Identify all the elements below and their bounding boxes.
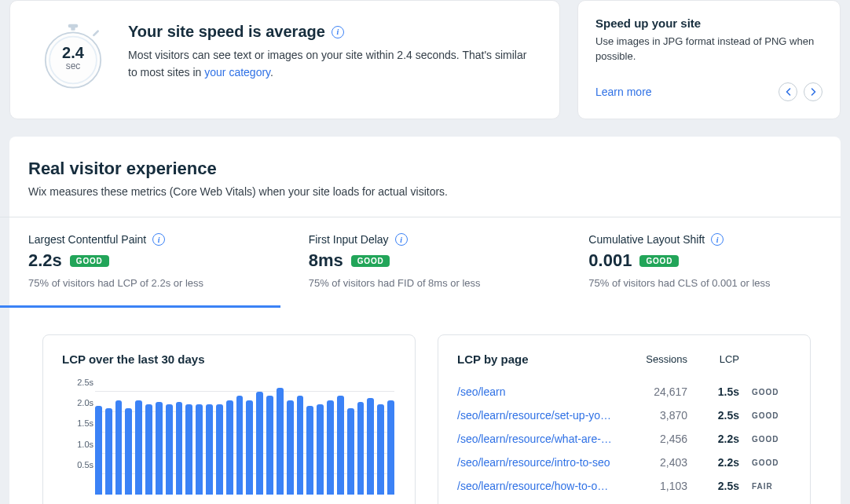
speed-summary-desc: Most visitors can see text or images on …	[128, 47, 531, 81]
y-axis-tick: 1.5s	[67, 418, 93, 428]
lcp-page-table-body: /seo/learn24,6171.5sGOOD/seo/learn/resou…	[457, 380, 791, 498]
gauge-value: 2.4	[62, 44, 84, 62]
gauge-unit: sec	[66, 60, 81, 71]
info-icon[interactable]: i	[395, 233, 408, 246]
learn-more-link[interactable]: Learn more	[595, 86, 652, 98]
chart-bar	[256, 392, 263, 495]
chart-bar	[327, 400, 334, 495]
lcp-name: Largest Contentful Paint	[28, 233, 146, 246]
site-speed-summary-card: 2.4 sec Your site speed is average i Mos…	[9, 0, 560, 119]
panel-subtitle: Wix measures these metrics (Core Web Vit…	[28, 185, 817, 198]
page-lcp-value: 2.5s	[687, 480, 739, 492]
chart-bar	[367, 398, 374, 495]
chart-bar	[115, 400, 123, 495]
table-row: /seo/learn/resource/what-are-…2,4562.2sG…	[457, 427, 791, 451]
chart-bar	[387, 400, 394, 495]
y-axis-tick: 1.0s	[67, 440, 93, 449]
page-url-link[interactable]: /seo/learn/resource/set-up-yo…	[457, 409, 621, 422]
info-icon[interactable]: i	[152, 233, 165, 246]
chart-bar	[347, 408, 354, 495]
speed-tips-card: Speed up your site Use images in JPG for…	[577, 0, 841, 119]
chart-bar	[266, 396, 273, 495]
chart-title: LCP over the last 30 days	[62, 352, 396, 366]
chart-bar	[156, 402, 163, 495]
page-sessions: 2,403	[621, 456, 687, 469]
page-sessions: 1,103	[621, 480, 687, 492]
page-sessions: 24,617	[621, 385, 687, 398]
lcp-sub: 75% of visitors had LCP of 2.2s or less	[28, 277, 280, 289]
chart-bar	[357, 402, 365, 495]
speed-gauge: 2.4 sec	[38, 23, 108, 92]
page-lcp-value: 2.2s	[687, 456, 739, 469]
tab-fid[interactable]: First Input Delay i 8ms GOOD 75% of visi…	[280, 217, 561, 308]
info-icon[interactable]: i	[711, 233, 724, 246]
lcp-trend-card: LCP over the last 30 days 0.5s1.0s1.5s2.…	[42, 334, 416, 504]
chart-bar	[196, 404, 203, 495]
chart-bar	[287, 400, 294, 495]
info-icon[interactable]: i	[332, 26, 344, 38]
category-link[interactable]: your category	[204, 66, 270, 79]
real-visitor-panel: Real visitor experience Wix measures the…	[9, 137, 841, 504]
chart-bar	[277, 388, 284, 495]
cls-sub: 75% of visitors had CLS of 0.001 or less	[588, 277, 841, 289]
panel-title: Real visitor experience	[28, 159, 817, 179]
chart-bar	[176, 402, 183, 495]
lcp-badge: GOOD	[70, 255, 109, 267]
chart-bar	[236, 396, 244, 495]
chart-bar	[166, 404, 173, 495]
chart-bar	[317, 404, 324, 495]
chart-bar	[306, 406, 313, 495]
speed-desc-suffix: .	[270, 66, 273, 79]
page-sessions: 3,870	[621, 409, 687, 422]
tab-lcp[interactable]: Largest Contentful Paint i 2.2s GOOD 75%…	[0, 217, 280, 308]
lcp-by-page-card: LCP by page Sessions LCP /seo/learn24,61…	[438, 334, 811, 504]
page-url-link[interactable]: /seo/learn/resource/what-are-…	[457, 433, 621, 445]
page-lcp-badge: GOOD	[739, 435, 791, 444]
y-axis-tick: 0.5s	[67, 460, 93, 469]
table-row: /seo/learn/resource/how-to-o…1,1032.5sFA…	[457, 474, 791, 498]
chart-bar	[216, 404, 223, 495]
chart-bar	[337, 396, 344, 495]
header-lcp: LCP	[687, 353, 739, 365]
tips-title: Speed up your site	[595, 16, 823, 30]
chart-bar	[246, 400, 253, 495]
page-url-link[interactable]: /seo/learn/resource/how-to-o…	[457, 480, 621, 492]
fid-sub: 75% of visitors had FID of 8ms or less	[309, 277, 561, 289]
lcp-value: 2.2s	[28, 250, 62, 271]
cls-name: Cumulative Layout Shift	[588, 233, 705, 246]
cls-value: 0.001	[588, 250, 632, 271]
chart-bar	[105, 408, 112, 495]
y-axis-tick: 2.5s	[67, 378, 93, 387]
page-lcp-value: 1.5s	[687, 385, 739, 398]
chart-bar	[135, 400, 142, 495]
chart-bar	[95, 406, 102, 495]
speed-summary-title: Your site speed is average	[128, 23, 325, 41]
page-lcp-badge: GOOD	[739, 388, 791, 396]
page-lcp-badge: GOOD	[739, 458, 791, 467]
tips-body: Use images in JPG format instead of PNG …	[595, 35, 823, 68]
tab-cls[interactable]: Cumulative Layout Shift i 0.001 GOOD 75%…	[560, 217, 841, 308]
fid-value: 8ms	[309, 250, 343, 271]
table-row: /seo/learn/resource/set-up-yo…3,8702.5sG…	[457, 404, 791, 427]
next-tip-button[interactable]	[804, 82, 823, 101]
cls-badge: GOOD	[639, 255, 679, 267]
page-lcp-badge: GOOD	[739, 411, 791, 420]
chart-bar	[185, 404, 192, 495]
metrics-tabs: Largest Contentful Paint i 2.2s GOOD 75%…	[0, 217, 841, 308]
prev-tip-button[interactable]	[779, 82, 797, 101]
table-row: /seo/learn24,6171.5sGOOD	[457, 380, 791, 404]
chart-bar	[206, 404, 213, 495]
chart-bar	[297, 396, 304, 495]
lcp-trend-chart: 0.5s1.0s1.5s2.0s2.5s	[67, 382, 394, 504]
fid-badge: GOOD	[351, 255, 390, 267]
y-axis-tick: 2.0s	[67, 398, 93, 407]
page-sessions: 2,456	[621, 433, 687, 445]
fid-name: First Input Delay	[309, 233, 389, 246]
page-url-link[interactable]: /seo/learn	[457, 385, 621, 398]
page-url-link[interactable]: /seo/learn/resource/intro-to-seo	[457, 456, 621, 469]
page-lcp-value: 2.2s	[687, 433, 739, 445]
header-sessions: Sessions	[621, 353, 687, 365]
chevron-right-icon	[811, 88, 816, 96]
page-lcp-badge: FAIR	[739, 482, 791, 491]
chart-bar	[145, 404, 152, 495]
